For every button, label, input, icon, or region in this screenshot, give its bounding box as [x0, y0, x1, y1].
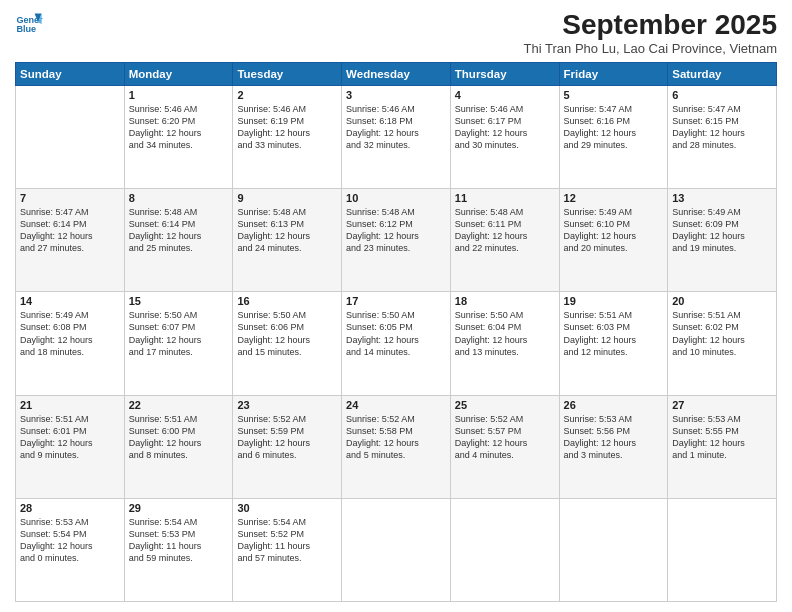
day-number: 17: [346, 295, 446, 307]
table-row: 23Sunrise: 5:52 AM Sunset: 5:59 PM Dayli…: [233, 395, 342, 498]
table-row: 9Sunrise: 5:48 AM Sunset: 6:13 PM Daylig…: [233, 189, 342, 292]
table-row: 3Sunrise: 5:46 AM Sunset: 6:18 PM Daylig…: [342, 85, 451, 188]
day-info: Sunrise: 5:46 AM Sunset: 6:19 PM Dayligh…: [237, 103, 337, 152]
day-number: 7: [20, 192, 120, 204]
day-number: 14: [20, 295, 120, 307]
day-info: Sunrise: 5:53 AM Sunset: 5:54 PM Dayligh…: [20, 516, 120, 565]
day-number: 20: [672, 295, 772, 307]
table-row: 10Sunrise: 5:48 AM Sunset: 6:12 PM Dayli…: [342, 189, 451, 292]
day-info: Sunrise: 5:52 AM Sunset: 5:59 PM Dayligh…: [237, 413, 337, 462]
col-friday: Friday: [559, 62, 668, 85]
table-row: [342, 498, 451, 601]
day-info: Sunrise: 5:46 AM Sunset: 6:18 PM Dayligh…: [346, 103, 446, 152]
table-row: 21Sunrise: 5:51 AM Sunset: 6:01 PM Dayli…: [16, 395, 125, 498]
day-info: Sunrise: 5:51 AM Sunset: 6:03 PM Dayligh…: [564, 309, 664, 358]
header: General Blue September 2025 Thi Tran Pho…: [15, 10, 777, 56]
day-number: 27: [672, 399, 772, 411]
table-row: 22Sunrise: 5:51 AM Sunset: 6:00 PM Dayli…: [124, 395, 233, 498]
day-number: 30: [237, 502, 337, 514]
day-number: 8: [129, 192, 229, 204]
table-row: 25Sunrise: 5:52 AM Sunset: 5:57 PM Dayli…: [450, 395, 559, 498]
calendar-row: 7Sunrise: 5:47 AM Sunset: 6:14 PM Daylig…: [16, 189, 777, 292]
day-info: Sunrise: 5:48 AM Sunset: 6:14 PM Dayligh…: [129, 206, 229, 255]
table-row: 26Sunrise: 5:53 AM Sunset: 5:56 PM Dayli…: [559, 395, 668, 498]
calendar-row: 28Sunrise: 5:53 AM Sunset: 5:54 PM Dayli…: [16, 498, 777, 601]
day-info: Sunrise: 5:49 AM Sunset: 6:08 PM Dayligh…: [20, 309, 120, 358]
table-row: [16, 85, 125, 188]
day-number: 12: [564, 192, 664, 204]
table-row: 28Sunrise: 5:53 AM Sunset: 5:54 PM Dayli…: [16, 498, 125, 601]
table-row: 11Sunrise: 5:48 AM Sunset: 6:11 PM Dayli…: [450, 189, 559, 292]
table-row: 30Sunrise: 5:54 AM Sunset: 5:52 PM Dayli…: [233, 498, 342, 601]
table-row: 1Sunrise: 5:46 AM Sunset: 6:20 PM Daylig…: [124, 85, 233, 188]
table-row: [668, 498, 777, 601]
table-row: 14Sunrise: 5:49 AM Sunset: 6:08 PM Dayli…: [16, 292, 125, 395]
location: Thi Tran Pho Lu, Lao Cai Province, Vietn…: [524, 41, 777, 56]
day-info: Sunrise: 5:48 AM Sunset: 6:13 PM Dayligh…: [237, 206, 337, 255]
day-info: Sunrise: 5:54 AM Sunset: 5:52 PM Dayligh…: [237, 516, 337, 565]
day-info: Sunrise: 5:50 AM Sunset: 6:07 PM Dayligh…: [129, 309, 229, 358]
table-row: 15Sunrise: 5:50 AM Sunset: 6:07 PM Dayli…: [124, 292, 233, 395]
day-number: 13: [672, 192, 772, 204]
day-info: Sunrise: 5:49 AM Sunset: 6:10 PM Dayligh…: [564, 206, 664, 255]
day-number: 5: [564, 89, 664, 101]
calendar-row: 14Sunrise: 5:49 AM Sunset: 6:08 PM Dayli…: [16, 292, 777, 395]
day-number: 18: [455, 295, 555, 307]
calendar-row: 1Sunrise: 5:46 AM Sunset: 6:20 PM Daylig…: [16, 85, 777, 188]
day-info: Sunrise: 5:46 AM Sunset: 6:20 PM Dayligh…: [129, 103, 229, 152]
day-info: Sunrise: 5:52 AM Sunset: 5:57 PM Dayligh…: [455, 413, 555, 462]
day-info: Sunrise: 5:48 AM Sunset: 6:11 PM Dayligh…: [455, 206, 555, 255]
day-number: 21: [20, 399, 120, 411]
table-row: 7Sunrise: 5:47 AM Sunset: 6:14 PM Daylig…: [16, 189, 125, 292]
table-row: 8Sunrise: 5:48 AM Sunset: 6:14 PM Daylig…: [124, 189, 233, 292]
day-number: 19: [564, 295, 664, 307]
day-number: 6: [672, 89, 772, 101]
title-block: September 2025 Thi Tran Pho Lu, Lao Cai …: [524, 10, 777, 56]
col-tuesday: Tuesday: [233, 62, 342, 85]
day-info: Sunrise: 5:53 AM Sunset: 5:55 PM Dayligh…: [672, 413, 772, 462]
col-monday: Monday: [124, 62, 233, 85]
day-info: Sunrise: 5:49 AM Sunset: 6:09 PM Dayligh…: [672, 206, 772, 255]
day-info: Sunrise: 5:51 AM Sunset: 6:01 PM Dayligh…: [20, 413, 120, 462]
day-number: 10: [346, 192, 446, 204]
month-title: September 2025: [524, 10, 777, 41]
table-row: 19Sunrise: 5:51 AM Sunset: 6:03 PM Dayli…: [559, 292, 668, 395]
day-info: Sunrise: 5:53 AM Sunset: 5:56 PM Dayligh…: [564, 413, 664, 462]
day-info: Sunrise: 5:52 AM Sunset: 5:58 PM Dayligh…: [346, 413, 446, 462]
day-info: Sunrise: 5:51 AM Sunset: 6:00 PM Dayligh…: [129, 413, 229, 462]
day-info: Sunrise: 5:47 AM Sunset: 6:14 PM Dayligh…: [20, 206, 120, 255]
col-sunday: Sunday: [16, 62, 125, 85]
day-info: Sunrise: 5:46 AM Sunset: 6:17 PM Dayligh…: [455, 103, 555, 152]
table-row: 18Sunrise: 5:50 AM Sunset: 6:04 PM Dayli…: [450, 292, 559, 395]
svg-text:Blue: Blue: [16, 24, 36, 34]
logo-icon: General Blue: [15, 10, 43, 38]
day-number: 23: [237, 399, 337, 411]
day-number: 11: [455, 192, 555, 204]
day-number: 2: [237, 89, 337, 101]
day-number: 4: [455, 89, 555, 101]
table-row: 29Sunrise: 5:54 AM Sunset: 5:53 PM Dayli…: [124, 498, 233, 601]
table-row: 4Sunrise: 5:46 AM Sunset: 6:17 PM Daylig…: [450, 85, 559, 188]
day-number: 16: [237, 295, 337, 307]
table-row: 27Sunrise: 5:53 AM Sunset: 5:55 PM Dayli…: [668, 395, 777, 498]
table-row: 13Sunrise: 5:49 AM Sunset: 6:09 PM Dayli…: [668, 189, 777, 292]
day-number: 1: [129, 89, 229, 101]
calendar-row: 21Sunrise: 5:51 AM Sunset: 6:01 PM Dayli…: [16, 395, 777, 498]
table-row: 6Sunrise: 5:47 AM Sunset: 6:15 PM Daylig…: [668, 85, 777, 188]
day-number: 9: [237, 192, 337, 204]
day-number: 24: [346, 399, 446, 411]
day-info: Sunrise: 5:51 AM Sunset: 6:02 PM Dayligh…: [672, 309, 772, 358]
col-thursday: Thursday: [450, 62, 559, 85]
day-info: Sunrise: 5:48 AM Sunset: 6:12 PM Dayligh…: [346, 206, 446, 255]
day-number: 22: [129, 399, 229, 411]
day-number: 29: [129, 502, 229, 514]
calendar-table: Sunday Monday Tuesday Wednesday Thursday…: [15, 62, 777, 602]
day-info: Sunrise: 5:47 AM Sunset: 6:16 PM Dayligh…: [564, 103, 664, 152]
table-row: 24Sunrise: 5:52 AM Sunset: 5:58 PM Dayli…: [342, 395, 451, 498]
page: General Blue September 2025 Thi Tran Pho…: [0, 0, 792, 612]
day-number: 3: [346, 89, 446, 101]
table-row: 17Sunrise: 5:50 AM Sunset: 6:05 PM Dayli…: [342, 292, 451, 395]
day-info: Sunrise: 5:50 AM Sunset: 6:04 PM Dayligh…: [455, 309, 555, 358]
day-info: Sunrise: 5:47 AM Sunset: 6:15 PM Dayligh…: [672, 103, 772, 152]
col-saturday: Saturday: [668, 62, 777, 85]
